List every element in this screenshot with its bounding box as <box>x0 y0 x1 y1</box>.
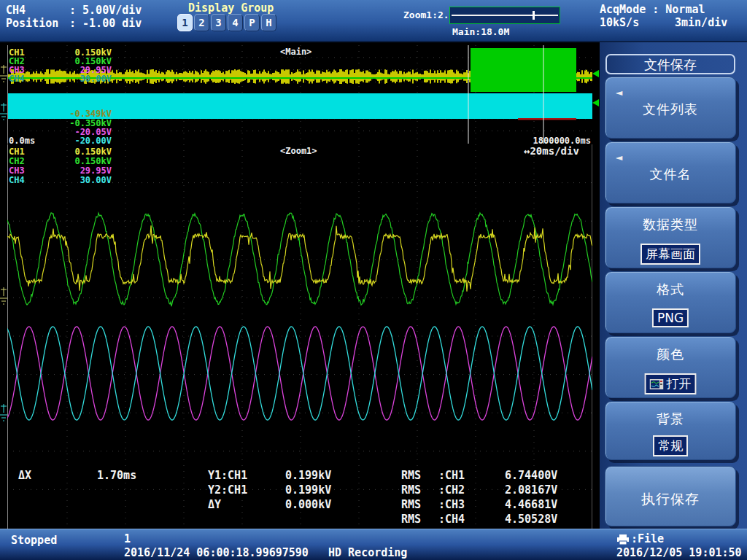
acq-mode: AcqMode : Normal <box>600 3 705 16</box>
zoom-trigger-marker <box>0 287 8 308</box>
menu-title: 文件保存 <box>605 54 735 74</box>
stat-ch-2: :CH2 <box>438 483 465 497</box>
color-button[interactable]: 颜色 打开 <box>605 336 736 398</box>
zoom-ch4-name: CH4 <box>9 175 25 185</box>
oscilloscope-screen: { "header": { "channel": "CH4", "channel… <box>0 0 747 560</box>
time-per-div: 3min/div <box>675 16 727 29</box>
stat-ch-4: :CH4 <box>438 513 465 526</box>
data-type-label: 数据类型 <box>605 216 735 233</box>
main-window: <Main> CH1 0.150kV CH2 0.150kV CH3 29.95… <box>0 44 600 145</box>
color-label: 颜色 <box>605 346 735 363</box>
format-value: PNG <box>652 308 689 327</box>
acquisition-state: Stopped <box>11 534 57 547</box>
zoom-position-bar[interactable] <box>449 7 560 24</box>
display-group-button-1[interactable]: 1 <box>177 14 193 31</box>
cursor-y1-label: Y1:CH1 <box>208 469 247 482</box>
cursor-dy-label: ΔY <box>208 498 221 511</box>
display-group-button-4[interactable]: 4 <box>228 14 243 31</box>
zoom-title: <Zoom1> <box>280 146 317 156</box>
header-bar: CH4 : 5.00V/div Position : -1.00 div Dis… <box>0 0 747 42</box>
left-arrow-icon: ◄ <box>616 88 622 98</box>
zoom-ch3-value: 29.95V <box>69 166 112 176</box>
zoom-ch4-value: 30.00V <box>69 175 112 185</box>
main-trigger-marker <box>0 64 8 86</box>
format-button[interactable]: 格式 PNG <box>605 271 736 333</box>
stat-ch-1: :CH1 <box>438 469 465 482</box>
background-value: 常规 <box>653 435 688 456</box>
position-label: Position <box>6 17 58 30</box>
record-time: 2016/11/24 06:00:18.99697590 <box>124 546 309 559</box>
stat-func-3: RMS <box>401 498 421 511</box>
execute-save-button[interactable]: 执行保存 <box>605 466 736 526</box>
stat-val-1: 6.74400V <box>505 469 557 482</box>
stat-ch-3: :CH3 <box>438 498 465 511</box>
delta-x-label: ΔX <box>18 469 31 482</box>
channel-label: CH4 <box>6 4 26 17</box>
cursor-y2-value: 0.199kV <box>285 483 331 497</box>
file-name-button[interactable]: ◄ 文件名 <box>605 141 736 203</box>
file-name-label: 文件名 <box>605 166 735 183</box>
color-value-box: 打开 <box>645 373 697 394</box>
cursor-y2-label: Y2:CH1 <box>208 483 247 497</box>
display-group-button-2[interactable]: 2 <box>194 14 209 31</box>
stat-func-2: RMS <box>401 483 421 497</box>
format-label: 格式 <box>605 281 735 298</box>
zoom-ch4-marker <box>0 403 8 425</box>
zoom-ch2-name: CH2 <box>9 156 25 166</box>
record-number: 1 <box>124 532 131 545</box>
stat-func-1: RMS <box>401 469 421 482</box>
sample-rate: 10kS/s <box>600 16 639 29</box>
zoom-cursor-tick[interactable] <box>533 11 535 20</box>
zoom-ch2-value: 0.150kV <box>69 156 112 166</box>
execute-save-label: 执行保存 <box>605 490 735 509</box>
waveform-screen: <Main> CH1 0.150kV CH2 0.150kV CH3 29.95… <box>0 42 600 529</box>
display-group-button-3[interactable]: 3 <box>211 14 226 31</box>
system-datetime: 2016/12/05 19:01:50 <box>616 546 742 559</box>
status-bar: Stopped 1 2016/11/24 06:00:18.99697590 H… <box>0 529 747 560</box>
delta-x-value: 1.70ms <box>97 469 136 482</box>
main-title: <Main> <box>280 47 311 57</box>
data-type-button[interactable]: 数据类型 屏幕画面 <box>605 206 736 268</box>
main-ch4-value: 30.00V <box>69 74 112 84</box>
channel-scale: : 5.00V/div <box>69 4 142 17</box>
cursor-dy-value: 0.000kV <box>285 498 331 511</box>
printer-icon <box>616 534 630 545</box>
display-group-label: Display Group <box>188 1 274 15</box>
soft-menu: 文件保存 ◄ 文件列表 ◄ 文件名 数据类型 屏幕画面 格式 PNG 颜色 打开 <box>600 42 747 529</box>
zoom-range-line <box>452 15 558 16</box>
data-type-value: 屏幕画面 <box>640 244 700 265</box>
stat-val-3: 4.46681V <box>505 498 557 511</box>
main-ch4-edge-marker[interactable] <box>592 99 599 106</box>
zoom-window: <Zoom1> ↔20ms/div CH1 0.150kV CH2 0.150k… <box>0 144 600 529</box>
display-group-button-p[interactable]: P <box>244 14 260 31</box>
display-group-button-h[interactable]: H <box>261 14 276 31</box>
main-ch4-name: CH4 <box>9 74 25 84</box>
recording-status: HD Recording <box>328 546 407 559</box>
main-ch1-lower: -0.349kV <box>69 109 112 119</box>
file-list-button[interactable]: ◄ 文件列表 <box>605 77 736 139</box>
file-list-label: 文件列表 <box>605 101 735 118</box>
zoom-ch1-value: 0.150kV <box>69 147 112 157</box>
zoom-ch3-name: CH3 <box>9 166 25 176</box>
main-length-label: Main:18.0M <box>452 26 509 37</box>
stat-val-2: 2.08167V <box>505 483 557 497</box>
stat-func-4: RMS <box>401 513 421 526</box>
file-output-label: :File <box>631 532 664 545</box>
stat-val-4: 4.50528V <box>505 513 557 526</box>
position-value: : -1.00 div <box>69 17 142 30</box>
cursor-y1-value: 0.199kV <box>285 469 331 482</box>
background-button[interactable]: 背景 常规 <box>605 401 736 460</box>
zoom-ch1-name: CH1 <box>9 147 25 157</box>
background-label: 背景 <box>605 411 735 428</box>
color-value: 打开 <box>667 376 692 392</box>
color-display-icon <box>650 379 664 389</box>
zoom-time-per-div: ↔20ms/div <box>524 145 579 157</box>
left-arrow-icon: ◄ <box>616 152 622 163</box>
main-ch1-edge-marker[interactable] <box>592 70 599 77</box>
main-ch4-marker <box>0 102 8 124</box>
